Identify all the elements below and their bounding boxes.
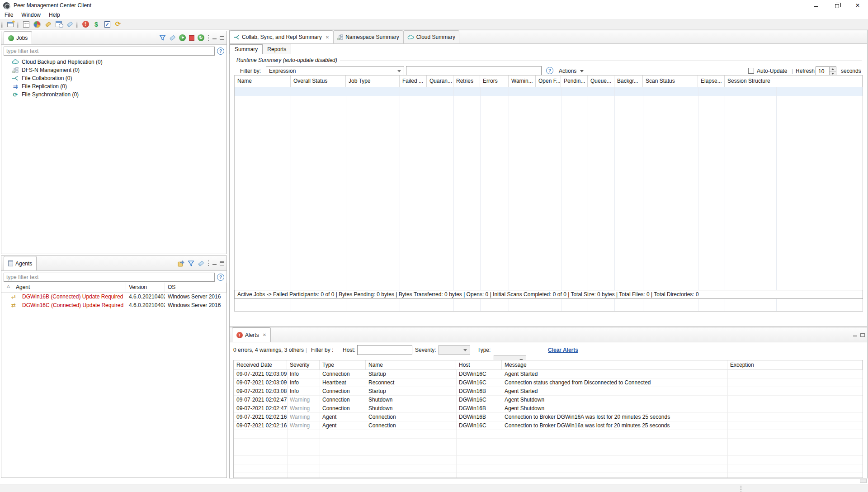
- toolbar-group-handle[interactable]: [17, 21, 19, 28]
- tree-item-dfsn[interactable]: DFS-N Management (0): [1, 66, 226, 74]
- drag-grip-icon[interactable]: [740, 485, 742, 492]
- column-errors[interactable]: Errors: [480, 76, 509, 87]
- view-menu-icon[interactable]: [208, 260, 209, 266]
- maximize-view-icon[interactable]: [220, 261, 224, 265]
- tree-item-cloud-backup[interactable]: Cloud Backup and Replication (0): [1, 58, 226, 66]
- alerts-tab[interactable]: ! Alerts ✕: [232, 327, 271, 342]
- severity-combo[interactable]: [439, 345, 470, 355]
- tab-close-icon[interactable]: ✕: [326, 35, 329, 40]
- jobs-tab[interactable]: Jobs: [4, 31, 32, 44]
- tree-item-file-collaboration[interactable]: File Collaboration (0): [1, 74, 226, 82]
- clear-alerts-link[interactable]: Clear Alerts: [548, 347, 578, 353]
- agents-column-os[interactable]: OS: [165, 283, 226, 292]
- maximize-view-icon[interactable]: [860, 333, 865, 337]
- actions-menu-label[interactable]: Actions: [559, 68, 576, 74]
- refresh-interval-input[interactable]: [816, 67, 829, 76]
- refresh-button[interactable]: ⟳: [113, 19, 123, 29]
- column-overall-status[interactable]: Overall Status: [291, 76, 346, 87]
- alerts-button[interactable]: !: [80, 19, 90, 29]
- column-failed[interactable]: Failed ...: [400, 76, 427, 87]
- tasks-button[interactable]: [102, 19, 112, 29]
- menu-file[interactable]: File: [0, 11, 17, 19]
- alert-row[interactable]: 09-07-2021 02:03:08Info ConnectionStartu…: [234, 387, 863, 396]
- jobs-filter-input[interactable]: [4, 47, 215, 56]
- filter-funnel-icon[interactable]: [188, 260, 194, 267]
- column-exception[interactable]: Exception: [727, 360, 863, 369]
- tag-icon[interactable]: [169, 34, 176, 41]
- column-pending[interactable]: Pendin...: [561, 76, 588, 87]
- minimize-view-icon[interactable]: [212, 36, 217, 39]
- column-message[interactable]: Message: [502, 360, 727, 369]
- tree-item-file-synchronization[interactable]: ⟳ File Synchronization (0): [1, 90, 226, 99]
- subtab-reports[interactable]: Reports: [263, 44, 291, 54]
- install-updates-icon[interactable]: [178, 260, 184, 267]
- tag-icon[interactable]: [198, 260, 204, 267]
- agent-row[interactable]: ⇄ DGWin16C (Connected) Update Required 4…: [1, 301, 226, 310]
- tab-close-icon[interactable]: ✕: [263, 332, 266, 337]
- alert-row[interactable]: 09-07-2021 02:02:16Warning AgentConnecti…: [234, 421, 863, 430]
- window-restore-button[interactable]: [826, 0, 847, 11]
- new-job-button[interactable]: [5, 19, 15, 29]
- window-close-button[interactable]: ✕: [847, 0, 868, 11]
- column-severity[interactable]: Severity: [287, 360, 320, 369]
- tab-collab-sync-repl-summary[interactable]: Collab, Sync, and Repl Summary ✕: [230, 30, 333, 43]
- start-job-icon[interactable]: [179, 34, 186, 41]
- column-session-structure[interactable]: Session Structure: [725, 76, 776, 87]
- agents-filter-input[interactable]: [4, 273, 215, 282]
- column-quarantined[interactable]: Quaran...: [427, 76, 453, 87]
- column-type[interactable]: Type: [320, 360, 366, 369]
- tab-namespace-summary[interactable]: Namespace Summary: [333, 30, 403, 43]
- view-list-button[interactable]: [21, 19, 31, 29]
- alert-row[interactable]: 09-07-2021 02:02:47Warning ConnectionShu…: [234, 404, 863, 413]
- column-queued[interactable]: Queue...: [588, 76, 614, 87]
- column-warnings[interactable]: Warnin...: [509, 76, 536, 87]
- agents-column-agent[interactable]: △ Agent: [1, 283, 126, 292]
- scrollbar-endcap[interactable]: [860, 479, 867, 483]
- assign-tags-button[interactable]: [43, 19, 53, 29]
- tags-button[interactable]: [65, 19, 75, 29]
- stop-job-icon[interactable]: [189, 35, 194, 41]
- alert-row[interactable]: 09-07-2021 02:02:16Warning AgentConnecti…: [234, 413, 863, 421]
- column-open-files[interactable]: Open F...: [536, 76, 561, 87]
- tab-cloud-summary[interactable]: Cloud Summary: [403, 30, 459, 43]
- host-filter-input[interactable]: [357, 345, 412, 355]
- column-retries[interactable]: Retries: [453, 76, 480, 87]
- restart-job-icon[interactable]: ↻: [198, 34, 204, 41]
- toolbar-group-handle[interactable]: [76, 21, 78, 28]
- column-job-type[interactable]: Job Type: [346, 76, 400, 87]
- maximize-view-icon[interactable]: [220, 36, 224, 40]
- column-host[interactable]: Host: [456, 360, 502, 369]
- chevron-down-icon[interactable]: [580, 70, 584, 72]
- filter-funnel-icon[interactable]: [159, 34, 166, 41]
- minimize-view-icon[interactable]: [853, 333, 857, 336]
- toolbar-group-handle[interactable]: [1, 21, 3, 28]
- schedule-button[interactable]: [54, 19, 64, 29]
- column-background[interactable]: Backgr...: [614, 76, 643, 87]
- menu-help[interactable]: Help: [45, 11, 64, 19]
- window-minimize-button[interactable]: [806, 0, 826, 11]
- column-elapsed[interactable]: Elapse...: [698, 76, 725, 87]
- alert-row[interactable]: 09-07-2021 02:02:47Warning ConnectionShu…: [234, 396, 863, 404]
- column-scan-status[interactable]: Scan Status: [643, 76, 698, 87]
- help-icon[interactable]: ?: [217, 47, 224, 55]
- view-menu-icon[interactable]: [208, 35, 209, 41]
- filter-expression-input[interactable]: [406, 66, 542, 76]
- subtab-summary[interactable]: Summary: [230, 44, 263, 54]
- alert-row[interactable]: 09-07-2021 02:03:09Info HeartbeatReconne…: [234, 378, 863, 387]
- licensing-button[interactable]: $: [91, 19, 101, 29]
- help-icon[interactable]: ?: [546, 67, 553, 74]
- auto-update-checkbox[interactable]: [748, 68, 754, 74]
- filter-type-combo[interactable]: Expression: [266, 66, 404, 76]
- help-icon[interactable]: ?: [217, 274, 224, 281]
- menu-window[interactable]: Window: [17, 11, 45, 19]
- agent-row[interactable]: ⇄ DGWin16B (Connected) Update Required 4…: [1, 293, 226, 301]
- minimize-view-icon[interactable]: [212, 262, 217, 265]
- agents-column-version[interactable]: Version: [126, 283, 165, 292]
- column-received-date[interactable]: Received Date: [234, 360, 287, 369]
- agents-tab[interactable]: Agents: [4, 256, 37, 270]
- spinner-up-button[interactable]: [830, 67, 836, 71]
- alert-row[interactable]: 09-07-2021 02:03:09Info ConnectionStartu…: [234, 370, 863, 378]
- tree-item-file-replication[interactable]: ⇉ File Replication (0): [1, 82, 226, 90]
- column-name[interactable]: Name: [235, 76, 291, 87]
- column-name[interactable]: Name: [366, 360, 456, 369]
